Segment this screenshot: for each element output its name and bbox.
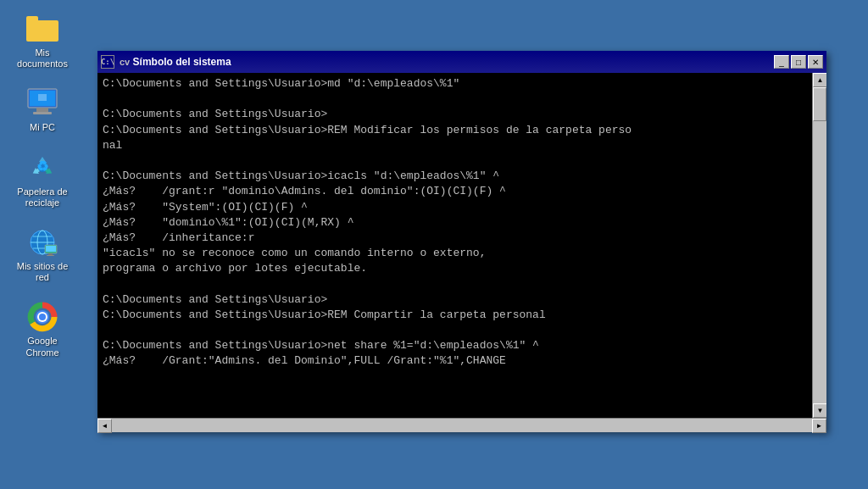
vertical-scrollbar[interactable]: ▲ ▼ — [812, 73, 826, 418]
svg-rect-2 — [36, 108, 48, 112]
desktop-icon-google-chrome[interactable]: Google Chrome — [8, 297, 76, 361]
svg-rect-14 — [46, 246, 56, 252]
computer-icon — [25, 86, 59, 120]
svg-rect-3 — [33, 112, 52, 114]
cmd-output: C:\Documents and Settings\Usuario>md "d:… — [103, 76, 807, 370]
desktop-icon-papelera[interactable]: ♻ Papelera dereciclaje — [8, 147, 76, 212]
svg-rect-16 — [47, 255, 54, 256]
h-scrollbar-track[interactable] — [112, 419, 812, 432]
minimize-button[interactable]: _ — [774, 55, 789, 69]
scroll-right-button[interactable]: ► — [812, 419, 826, 433]
scroll-up-button[interactable]: ▲ — [813, 73, 826, 87]
svg-text:♻: ♻ — [36, 159, 48, 174]
cmd-title: cv Símbolo del sistema — [120, 56, 774, 68]
mi-pc-label: Mi PC — [30, 122, 55, 133]
desktop-icons: Mis documentos Mi PC — [0, 0, 85, 489]
cmd-window: C:\ cv Símbolo del sistema _ □ ✕ C:\Docu… — [97, 51, 826, 432]
scroll-left-button[interactable]: ◄ — [97, 419, 112, 433]
horizontal-scrollbar[interactable]: ◄ ► — [97, 418, 826, 432]
mis-sitios-label: Mis sitios dered — [17, 261, 69, 283]
svg-rect-4 — [38, 94, 47, 101]
recycle-bin-icon: ♻ — [25, 151, 59, 185]
chrome-icon — [25, 300, 59, 334]
cmd-window-controls: _ □ ✕ — [774, 55, 823, 69]
desktop-icon-mis-sitios[interactable]: Mis sitios dered — [8, 222, 76, 286]
cmd-body[interactable]: C:\Documents and Settings\Usuario>md "d:… — [97, 73, 812, 418]
maximize-button[interactable]: □ — [791, 55, 806, 69]
mis-documentos-label: Mis documentos — [12, 47, 73, 69]
svg-rect-15 — [48, 253, 53, 255]
cmd-titlebar: C:\ cv Símbolo del sistema _ □ ✕ — [97, 51, 826, 73]
papelera-label: Papelera dereciclaje — [17, 186, 67, 208]
close-button[interactable]: ✕ — [808, 55, 823, 69]
cmd-content-wrapper: C:\Documents and Settings\Usuario>md "d:… — [97, 73, 826, 418]
desktop-icon-mi-pc[interactable]: Mi PC — [8, 83, 76, 136]
svg-point-19 — [39, 314, 46, 320]
scrollbar-track[interactable] — [813, 87, 826, 403]
scrollbar-thumb[interactable] — [813, 87, 826, 121]
cmd-titlebar-icon: C:\ — [101, 55, 114, 69]
network-icon — [25, 225, 59, 259]
desktop-icon-mis-documentos[interactable]: Mis documentos — [8, 8, 76, 73]
folder-icon — [25, 12, 59, 46]
scroll-down-button[interactable]: ▼ — [813, 403, 826, 418]
desktop: Mis documentos Mi PC — [0, 0, 868, 489]
google-chrome-label: Google Chrome — [12, 336, 73, 358]
